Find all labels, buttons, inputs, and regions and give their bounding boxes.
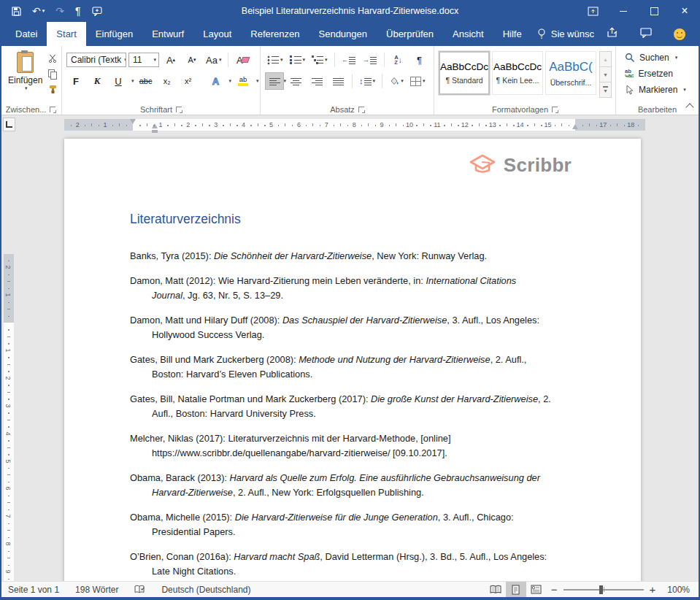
style-card-2[interactable]: AaBbC(Überschrif...	[545, 51, 596, 95]
find-button[interactable]: Suchen▾	[625, 50, 695, 66]
change-case-button[interactable]: Aa▾	[204, 51, 223, 69]
style-card-0[interactable]: AaBbCcDc¶ Standard	[439, 51, 490, 95]
ruler-tick	[589, 123, 590, 126]
subscript-button[interactable]: x₂	[158, 72, 177, 90]
horizontal-ruler[interactable]: 211234567891011121314151718	[64, 119, 645, 131]
clipboard-dialog-launcher-icon[interactable]	[50, 107, 55, 112]
copy-icon[interactable]	[46, 68, 59, 80]
styles-scroll-down-icon[interactable]: ▼	[599, 66, 612, 82]
borders-button[interactable]: ▾	[408, 72, 428, 90]
tab-sendungen[interactable]: Sendungen	[309, 22, 377, 46]
read-mode-icon[interactable]	[485, 582, 506, 597]
strikethrough-button[interactable]: abc	[136, 72, 155, 90]
tab-referenzen[interactable]: Referenzen	[241, 22, 309, 46]
tab-entwurf[interactable]: Entwurf	[142, 22, 193, 46]
word-count-status[interactable]: 198 Wörter	[67, 582, 126, 597]
text-effects-caret-icon[interactable]: ▾	[229, 78, 232, 84]
document-page[interactable]: Scribbr Literaturverzeichnis Banks, Tyra…	[64, 139, 641, 582]
undo-icon[interactable]: ↶▾	[32, 5, 45, 17]
maximize-icon[interactable]	[639, 0, 669, 22]
close-icon[interactable]: ×	[669, 0, 700, 22]
zoom-out-icon[interactable]: −	[547, 583, 562, 596]
justify-button[interactable]	[328, 72, 347, 90]
line-spacing-button[interactable]: ↕▾	[357, 72, 377, 90]
tab-überprüfen[interactable]: Überprüfen	[377, 22, 443, 46]
font-dialog-launcher-icon[interactable]	[176, 107, 182, 112]
numbering-button[interactable]: ▾	[288, 51, 308, 69]
ribbon-display-options-icon[interactable]	[577, 0, 608, 22]
font-name-combo[interactable]: Calibri (Textk▾	[66, 53, 126, 67]
tab-hilfe[interactable]: Hilfe	[493, 22, 531, 46]
bib-text: Banks, Tyra (2015):	[130, 250, 214, 261]
paste-button[interactable]: Einfügen ▾	[4, 50, 46, 103]
zoom-slider-handle[interactable]	[599, 585, 603, 594]
show-paragraph-marks-button[interactable]: ¶	[410, 51, 429, 69]
cut-icon[interactable]	[46, 53, 59, 64]
highlight-caret-icon[interactable]: ▾	[256, 78, 259, 84]
tab-start[interactable]: Start	[47, 22, 85, 46]
superscript-button[interactable]: x²	[179, 72, 198, 90]
grow-font-button[interactable]: A▴	[161, 51, 180, 69]
styles-dialog-launcher-icon[interactable]	[552, 107, 558, 112]
print-layout-icon[interactable]	[506, 582, 526, 597]
bib-line: Presidential Papers.	[130, 525, 637, 540]
replace-button[interactable]: ab⤷ac Ersetzen	[625, 66, 695, 82]
redo-icon[interactable]: ↷	[55, 5, 64, 17]
style-card-1[interactable]: AaBbCcDc¶ Kein Lee...	[492, 51, 543, 95]
share-icon[interactable]	[607, 27, 618, 41]
highlight-button[interactable]: ab	[234, 72, 253, 90]
align-center-button[interactable]	[286, 72, 305, 90]
save-icon[interactable]	[12, 7, 21, 16]
increase-indent-button[interactable]: →	[361, 51, 380, 69]
select-button[interactable]: Markieren▾	[625, 82, 695, 98]
clipboard-group-label: Zwischen...	[6, 105, 47, 114]
tab-layout[interactable]: Layout	[193, 22, 241, 46]
underline-button[interactable]: U	[109, 72, 128, 90]
proofing-status[interactable]	[126, 582, 153, 597]
zoom-in-icon[interactable]: +	[645, 583, 661, 596]
tab-einfügen[interactable]: Einfügen	[86, 22, 142, 46]
comments-icon[interactable]	[640, 28, 652, 41]
zoom-slider[interactable]	[564, 589, 644, 591]
left-indent-marker[interactable]	[152, 130, 158, 133]
shrink-font-button[interactable]: A▾	[182, 51, 201, 69]
align-left-button[interactable]	[265, 72, 284, 90]
ruler-tick	[99, 125, 100, 126]
clear-formatting-button[interactable]: A	[233, 51, 252, 69]
format-painter-icon[interactable]	[46, 83, 59, 95]
decrease-indent-button[interactable]: ←	[339, 51, 358, 69]
page-number-status[interactable]: Seite 1 von 1	[0, 582, 67, 597]
tab-ansicht[interactable]: Ansicht	[443, 22, 493, 46]
tab-stop-selector[interactable]	[3, 118, 15, 131]
right-indent-marker[interactable]	[572, 124, 578, 129]
font-size-combo[interactable]: 11▾	[128, 53, 159, 67]
new-comment-icon[interactable]	[92, 7, 102, 16]
styles-scroll-up-icon[interactable]: ▲	[599, 51, 612, 67]
sort-button[interactable]: AZ↓	[389, 51, 408, 69]
align-right-button[interactable]	[307, 72, 326, 90]
underline-caret-icon[interactable]: ▾	[131, 78, 134, 84]
styles-more-icon[interactable]: ▼	[599, 82, 612, 98]
language-status[interactable]: Deutsch (Deutschland)	[153, 582, 258, 597]
web-layout-icon[interactable]	[526, 582, 547, 597]
tell-me-box[interactable]: Sie wünsc	[537, 22, 594, 46]
bullets-button[interactable]: ▾	[265, 51, 285, 69]
pilcrow-icon[interactable]: ¶	[75, 5, 81, 17]
paragraph-dialog-launcher-icon[interactable]	[358, 107, 364, 112]
multilevel-list-button[interactable]: ▾	[309, 51, 330, 69]
ruler-tick	[8, 302, 9, 304]
bib-line: Obama, Barack (2013): Harvard als Quelle…	[130, 471, 637, 486]
vertical-ruler[interactable]: 21123456789	[4, 254, 14, 582]
bib-text: Methode und Nutzung der Harvard-Zitierwe…	[299, 354, 490, 365]
shading-button[interactable]: ▾	[387, 72, 406, 90]
tab-datei[interactable]: Datei	[6, 22, 47, 46]
text-effects-button[interactable]: A	[207, 72, 226, 90]
bold-button[interactable]: F	[66, 72, 85, 90]
zoom-level[interactable]: 100%	[660, 585, 690, 595]
first-line-indent-marker[interactable]	[130, 119, 136, 124]
minimize-icon[interactable]	[608, 0, 639, 22]
ruler-number: 4	[242, 121, 245, 128]
feedback-smiley-icon[interactable]	[674, 28, 685, 40]
italic-button[interactable]: K	[88, 72, 107, 90]
undo-caret-icon[interactable]: ▾	[42, 8, 45, 14]
